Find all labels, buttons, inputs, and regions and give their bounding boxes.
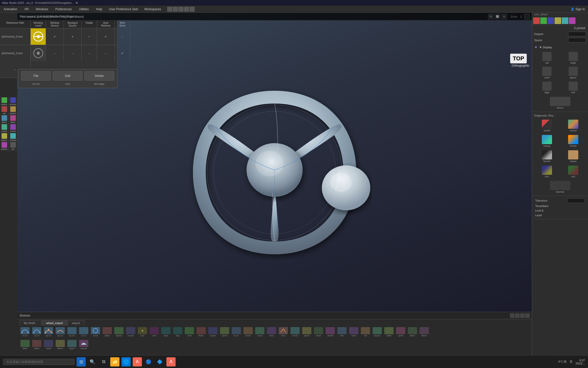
shelf-tool-ffblnd2[interactable]: ffblnd (419, 327, 430, 337)
close-button[interactable]: ✕ (74, 1, 80, 5)
taskbar-another[interactable]: 🔷 (155, 357, 164, 366)
display-section-header[interactable]: ▼ ▼ Display (533, 45, 587, 50)
display-srfsrf[interactable]: srfsrf (534, 66, 560, 80)
menu-help[interactable]: Help (92, 6, 106, 12)
taskbar-alias2[interactable]: A (166, 357, 176, 366)
shelf-tool-epcrv2[interactable]: ep crv (55, 327, 66, 337)
shelf-tool-symm[interactable]: symm (219, 327, 230, 337)
shelf-tool-cvcrv2[interactable]: cv crv (31, 327, 42, 337)
shelf-tool-bevel[interactable]: bevel (313, 327, 324, 337)
display-rad[interactable]: rad (534, 51, 560, 65)
toolbar-icon-1[interactable] (167, 7, 172, 12)
shelf-tool-smooth[interactable]: smooth (78, 339, 89, 350)
menu-preferences[interactable]: Preferences (52, 6, 76, 12)
shelf-tool-cvcrv1[interactable]: cv crv (19, 327, 31, 337)
shelf-tool-epcrv3[interactable]: ep crv (66, 327, 78, 337)
shelf-tool-tuboff[interactable]: tuboff (43, 339, 54, 350)
display-xfrmcv[interactable]: xfrmcv (533, 96, 587, 110)
taskbar-edge[interactable]: 🌐 (121, 357, 131, 366)
menu-animation[interactable]: Animation (0, 6, 21, 12)
shelf-tool-ffcbln[interactable]: ffcbln (195, 327, 207, 337)
display-ptprec[interactable]: ptprec (560, 66, 586, 80)
shelf-tool-crvsct1[interactable]: crvsct (242, 327, 254, 337)
display-align[interactable]: align (534, 80, 560, 95)
shelf-tool-dynms[interactable]: dynms (113, 327, 125, 337)
rp-icon-2[interactable] (540, 17, 547, 24)
shelf-tool-crvplnr[interactable]: crvplnr (207, 327, 218, 337)
tool-crnblnd[interactable]: crnblnd (9, 133, 17, 142)
diag-horver[interactable]: horver (561, 134, 586, 148)
diag-clayao[interactable]: clayao (561, 149, 586, 164)
taskbar-alias-icon[interactable]: A (133, 357, 142, 366)
menu-utilities[interactable]: Utilities (75, 6, 92, 12)
tool-filflan[interactable]: filflan (9, 115, 17, 124)
shelf-tool-fitcrv[interactable]: fit crv (231, 327, 242, 337)
shelf-tab-export[interactable]: export (68, 320, 84, 326)
shelves-icon-1[interactable] (510, 313, 514, 318)
tool-arfmsh[interactable]: arfmsh (0, 142, 9, 151)
shelf-tool-dupl2[interactable]: dupl (172, 327, 183, 337)
tool-sfs[interactable]: sfs (9, 142, 17, 151)
tool-planar[interactable]: planar (0, 97, 9, 106)
workspaces[interactable]: Workspaces (141, 6, 164, 12)
taskbar-task-view[interactable]: ⧉ (99, 357, 108, 366)
shelf-tool-crvfil[interactable]: crvfil (184, 327, 195, 337)
display-hull[interactable]: hull (560, 80, 586, 95)
shelf-tool-revolv[interactable]: revolv (289, 327, 301, 337)
display-angle[interactable]: angle (560, 51, 586, 65)
shelf-tool-dupl1[interactable]: dupl (160, 327, 172, 337)
toolbar-icon-5[interactable] (190, 7, 195, 12)
rp-icon-6[interactable] (569, 17, 575, 24)
shelf-tool-kptbx[interactable]: kptbx (102, 327, 113, 337)
shelf-tool-symft[interactable]: symft (395, 327, 406, 337)
shelf-tool-circle[interactable]: circle (90, 327, 101, 337)
rp-icon-5[interactable] (562, 17, 568, 24)
shelves-icon-2[interactable] (515, 313, 520, 318)
tool-revolve[interactable]: revolve (9, 97, 17, 106)
refpanel-row-1[interactable]: qi\int\sw\sw_6.wire ✓ ✓ ✓ ✓ – (0, 28, 117, 45)
shelf-tool-edit[interactable]: edit (149, 327, 160, 337)
diag-mulcol[interactable]: mulcol (561, 119, 586, 133)
shelf-tool-lphull[interactable]: lphull (66, 339, 78, 350)
shelves-icon-3[interactable] (520, 313, 525, 318)
shelf-tool-filflan[interactable]: filflan (19, 339, 31, 350)
sign-in[interactable]: 👤 Sign In (568, 6, 588, 12)
diag-boxmod[interactable]: boxmod (533, 180, 587, 194)
taskbar-fileex[interactable]: 📁 (110, 357, 119, 366)
shelf-tool-ballcrn[interactable]: ballcrn (55, 339, 66, 350)
diag-shdoff[interactable]: shdoff (534, 119, 560, 133)
popup-edit-btn[interactable]: Edit (53, 71, 82, 80)
toolbar-icon-2[interactable] (173, 7, 178, 12)
shelf-tab-wheelexport[interactable]: wheel_export (42, 320, 67, 326)
rp-icon-4[interactable] (555, 17, 561, 24)
diag-vis2[interactable]: vis2 (561, 165, 586, 179)
shelves-icon-4[interactable] (525, 313, 530, 318)
shelf-tool-crvsct2[interactable]: crvsct (254, 327, 265, 337)
taskbar-chrome[interactable]: 🔵 (144, 357, 153, 366)
shelf-tool-skin[interactable]: skin (336, 327, 348, 337)
shelf-tool-extrd[interactable]: extrd (348, 327, 359, 337)
shelf-tool-square[interactable]: square (372, 327, 383, 337)
tool-crvnet[interactable]: crvnet (9, 124, 17, 133)
toolbar-icon-4[interactable] (184, 7, 189, 12)
shelf-tab-myshelf[interactable]: My Shelf... (19, 320, 41, 326)
shelf-tool-epcrv1[interactable]: ep crv (43, 327, 54, 337)
shelf-tool-strch[interactable]: strch (266, 327, 277, 337)
menu-windows[interactable]: Windows (32, 6, 52, 12)
shelf-tool-planar[interactable]: planar (301, 327, 312, 337)
diag-isoang[interactable]: isoang (534, 134, 560, 148)
shelf-tool-msdrft[interactable]: msdrft (325, 327, 336, 337)
shelf-tool-srfilet[interactable]: srfilet (383, 327, 395, 337)
shelf-tool-rail[interactable]: rail (360, 327, 371, 337)
tool-ffblnd[interactable]: ffblnd (0, 115, 9, 124)
degree-input[interactable] (568, 32, 586, 36)
shelf-tool-ffblnd1[interactable]: ffblnd (407, 327, 418, 337)
taskbar-win-btn[interactable]: ⊞ (77, 357, 86, 366)
popup-delete-btn[interactable]: Delete (84, 71, 114, 80)
menu-vr[interactable]: VR (21, 6, 32, 12)
popup-file-btn[interactable]: File (21, 71, 51, 80)
tool-ballcrn[interactable]: ballcrn (0, 133, 9, 142)
taskbar-search[interactable] (3, 359, 75, 365)
shelf-tool-tbflan[interactable]: tbflan (31, 339, 42, 350)
rp-icon-3[interactable] (547, 17, 554, 24)
